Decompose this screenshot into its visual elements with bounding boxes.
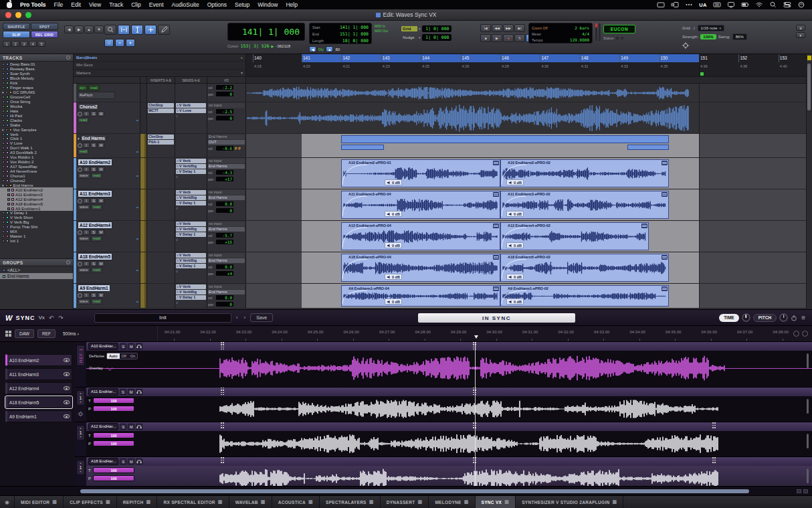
track-lane[interactable] [246, 102, 806, 133]
clip-gain-badge[interactable]: 0 dB [385, 179, 402, 185]
elastic-warp-icon[interactable] [662, 255, 668, 260]
plugin-track-item[interactable]: A10 EndHarm2 [5, 354, 72, 366]
sidebar-track-item[interactable]: Orca String [0, 100, 73, 104]
elastic-warp-icon[interactable] [493, 161, 499, 165]
send-slot[interactable]: aV Verb [176, 159, 206, 163]
groups-panel-title[interactable]: GROUPS [0, 259, 73, 266]
mute-button[interactable]: M [128, 389, 134, 395]
menu-window[interactable]: Window [258, 1, 278, 8]
selection-field[interactable]: End151| 1| 000 [310, 31, 371, 37]
taskbar-item-dynassert[interactable]: DYNASSERT▦ [381, 496, 429, 508]
fast-forward-button[interactable]: ▶▶ [503, 24, 514, 32]
automation-mode[interactable]: read [91, 204, 102, 210]
zoom-preset-tab[interactable]: ▲1▼ [76, 460, 85, 475]
audio-clip[interactable]: A18 EndHarm5-ePRO-040 dB [341, 254, 500, 282]
input-path[interactable]: no input [208, 190, 245, 195]
folder-clip-bar[interactable] [341, 145, 384, 150]
sync-marker[interactable] [712, 457, 716, 464]
mute-button[interactable]: M [98, 111, 104, 116]
listen-button[interactable] [136, 389, 142, 395]
plugin-horizontal-scrollbar[interactable] [80, 489, 749, 493]
plugin-track-lane[interactable]: A11 EndHar...SMT100P100 [86, 388, 812, 422]
sidebar-track-item[interactable]: Master 1 [0, 234, 73, 239]
ua-status[interactable]: UA [699, 2, 707, 8]
tracks-panel-title[interactable]: TRACKS [0, 54, 73, 62]
zoom-preset-tab[interactable]: ▲1▼ [76, 425, 85, 440]
pan-value[interactable]: 0 [216, 92, 233, 96]
clip-gain-badge[interactable]: 0 dB [506, 242, 524, 248]
listen-button[interactable] [136, 458, 142, 464]
count-off-field[interactable]: Count Off2 bars [529, 25, 592, 31]
output-path[interactable]: End Harms [208, 258, 245, 263]
panel-menu-icon[interactable] [66, 260, 70, 264]
menu-setup[interactable]: Setup [235, 1, 249, 8]
send-slot[interactable]: aV Verb [176, 284, 206, 289]
track-lane[interactable] [246, 84, 806, 102]
sync-marker[interactable] [221, 422, 224, 430]
pencil-tool[interactable] [158, 25, 170, 35]
spotlight-icon[interactable] [769, 1, 777, 8]
sidebar-track-item[interactable]: Don't Walk 1 [0, 146, 73, 151]
send-slot[interactable]: bV Love [176, 108, 206, 113]
undo-icon[interactable]: ↶ [48, 315, 55, 321]
edit-tool-option[interactable]: □ [104, 39, 114, 47]
dock-handle-icon[interactable]: ◉ [0, 496, 15, 508]
sync-marker[interactable] [712, 422, 716, 430]
solo-button[interactable]: S [90, 143, 97, 148]
folder-clip-bar[interactable] [627, 145, 669, 150]
sidebar-track-item[interactable]: Hats [0, 108, 73, 113]
track-header[interactable]: A12 EndHarm4ISMwaveread≈··aV VerbbV Verb… [74, 221, 246, 252]
clip-gain-badge[interactable]: 0 dB [385, 274, 402, 280]
pitch-slider-value[interactable]: 100 [93, 440, 134, 446]
menu-edit[interactable]: Edit [71, 1, 81, 8]
settings-gear-icon[interactable] [78, 408, 84, 420]
folder-clip-bar[interactable] [341, 135, 669, 143]
record-arm-button[interactable] [78, 167, 82, 172]
record-button[interactable]: ● [503, 34, 514, 42]
grid-value-dropdown[interactable]: 1/16 note▾ [698, 25, 725, 31]
sync-marker[interactable] [221, 388, 224, 395]
send-slot[interactable]: bV VerbBig [176, 290, 206, 294]
daw-view-button[interactable]: DAW [15, 329, 34, 338]
power-icon[interactable] [791, 312, 797, 324]
battery-icon[interactable] [741, 1, 749, 8]
wifi-icon[interactable] [755, 1, 763, 8]
mute-button[interactable]: M [98, 143, 104, 148]
mute-button[interactable]: M [98, 261, 104, 266]
track-header[interactable]: dynreadRePitchvol-2.2pan0 [74, 84, 246, 102]
track-lane[interactable]: A12 EndHarm4-ePRO-040 dBA12 EndHarm4-ePR… [246, 221, 806, 252]
audio-clip[interactable]: A12 EndHarm4-ePRO-020 dB [500, 222, 649, 250]
input-path[interactable]: no input [208, 103, 245, 108]
sidebar-track-item[interactable]: Wocka [0, 104, 73, 108]
record-arm-button[interactable] [78, 230, 82, 235]
sidebar-track-item[interactable]: A18 EndHarm5 [0, 201, 73, 206]
sidebar-track-item[interactable]: ▾End Harms [0, 183, 73, 187]
time-slider-value[interactable]: 100 [93, 467, 134, 473]
zoom-preset-3[interactable]: 3 [20, 41, 28, 47]
menu-view[interactable]: View [89, 1, 101, 8]
send-slot[interactable]: aV Verb [176, 190, 206, 195]
input-monitor-button[interactable]: I [83, 230, 90, 235]
edit-vertical-scrollbar[interactable] [806, 54, 812, 309]
input-path[interactable]: no input [208, 222, 245, 226]
inserts-column-header[interactable]: INSERTS A-E [147, 77, 175, 83]
panel-menu-icon[interactable] [66, 56, 70, 60]
volume-value[interactable]: -0.6 [216, 146, 233, 151]
insert-slot[interactable]: ChnStrp [148, 135, 174, 139]
plugin-track-lane[interactable]: A12 EndHar...SMT100P100 [86, 422, 812, 456]
automation-mode[interactable]: read [91, 267, 102, 273]
mode-slip[interactable]: SLIP [3, 31, 30, 38]
time-slider[interactable]: T100 [88, 432, 134, 438]
listen-button[interactable] [136, 424, 142, 430]
pitch-slider-value[interactable]: 100 [93, 406, 134, 412]
window-size-dropdown[interactable]: 500ms▾ [63, 331, 79, 336]
pitch-knob[interactable] [779, 313, 788, 322]
snapshot-a-icon[interactable] [793, 331, 799, 337]
ruler-minsecs-label[interactable]: Min:Secs [74, 62, 245, 69]
sidebar-track-item[interactable]: A3 DontWalk 2 [0, 151, 73, 155]
send-slot[interactable]: cV Delay 1 [176, 169, 206, 174]
record-arm-button[interactable] [78, 262, 82, 266]
audio-clip[interactable]: A11 EndHarm3-ePRO-040 dB [341, 191, 500, 219]
timeline-ruler[interactable]: 1404:181414:201424:211434:231444:251454:… [246, 54, 806, 76]
zoom-preset-2[interactable]: 2 [11, 41, 19, 47]
